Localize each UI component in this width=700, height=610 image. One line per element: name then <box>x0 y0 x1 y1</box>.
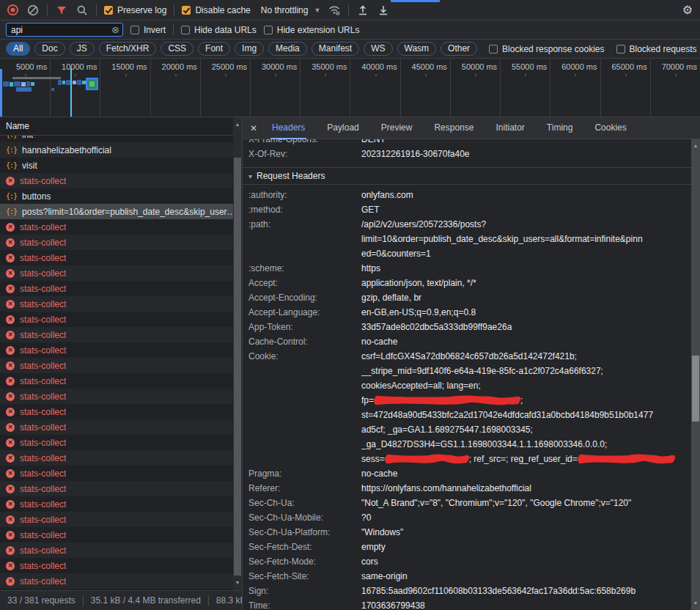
hide-extension-urls-checkbox[interactable] <box>264 26 273 34</box>
tab-preview[interactable]: Preview <box>380 117 414 139</box>
request-row[interactable]: ✕stats-collect <box>0 512 233 527</box>
filter-chip-js[interactable]: JS <box>70 42 95 56</box>
request-row[interactable]: ✕stats-collect <box>0 558 233 573</box>
blocked-requests-checkbox[interactable] <box>616 45 625 54</box>
filter-chip-wasm[interactable]: Wasm <box>397 42 437 56</box>
request-row[interactable]: ✕stats-collect <box>0 296 233 312</box>
header-value: 16785:5aad9602cf110608b03133de563642fac1… <box>361 584 693 598</box>
request-row[interactable]: ✕stats-collect <box>0 327 233 342</box>
hide-data-urls-checkbox[interactable] <box>181 26 190 34</box>
export-har-button[interactable] <box>377 4 390 17</box>
network-conditions-button[interactable] <box>328 4 341 17</box>
request-row[interactable]: ✕stats-collect <box>0 173 233 188</box>
value-text: csrf=LdfcGX4Sa72db06824c657db26a5d142472… <box>361 351 577 361</box>
toolbar-separator <box>348 4 349 15</box>
request-list-scrollbar[interactable]: ▲ ▼ <box>233 117 242 590</box>
clear-button[interactable] <box>26 4 40 17</box>
filter-chip-media[interactable]: Media <box>268 42 307 56</box>
scrollbar-thumb[interactable] <box>692 356 699 422</box>
timeline-playhead[interactable] <box>70 68 72 117</box>
tab-cookies[interactable]: Cookies <box>593 117 627 139</box>
request-row[interactable]: ✕stats-collect <box>0 265 233 281</box>
request-row[interactable]: ✕stats-collect <box>0 419 233 435</box>
filter-chip-img[interactable]: Img <box>235 42 264 56</box>
filter-chip-font[interactable]: Font <box>198 42 230 56</box>
header-name: Sec-Ch-Ua-Mobile: <box>243 510 361 525</box>
request-row[interactable]: ✕stats-collect <box>0 435 233 450</box>
disable-cache-checkbox[interactable] <box>182 6 191 15</box>
clear-filter-icon[interactable]: ⊗ <box>111 25 119 34</box>
header-row: Referer:https://onlyfans.com/hannaheliza… <box>243 481 693 496</box>
scroll-down-icon[interactable]: ▼ <box>233 578 242 587</box>
header-row: :authority:onlyfans.com <box>243 188 693 202</box>
request-row[interactable]: ✕stats-collect <box>0 235 233 250</box>
close-icon[interactable]: ✕ <box>243 123 265 133</box>
throttling-select[interactable]: No throttling ▼ <box>261 5 321 15</box>
request-row[interactable]: {:}visit <box>0 158 233 173</box>
request-row[interactable]: ✕stats-collect <box>0 527 233 543</box>
tab-response[interactable]: Response <box>432 117 475 139</box>
request-row[interactable]: ✕stats-collect <box>0 373 233 389</box>
filter-toggle-button[interactable] <box>55 4 68 17</box>
request-row[interactable]: ✕stats-collect <box>0 342 233 358</box>
details-scrollbar[interactable]: ▲ ▼ <box>691 139 700 610</box>
request-row[interactable]: ✕stats-collect <box>0 450 233 466</box>
request-row[interactable]: {:}hannahelizabethofficial <box>0 142 233 158</box>
filter-chip-ws[interactable]: WS <box>364 42 392 56</box>
request-headers-section-header[interactable]: ▾ Request Headers <box>243 167 693 185</box>
request-row[interactable]: ✕stats-collect <box>0 219 233 235</box>
import-har-button[interactable] <box>356 4 369 17</box>
request-row[interactable]: ✕stats-collect <box>0 496 233 512</box>
request-row[interactable]: ✕stats-collect <box>0 404 233 419</box>
filter-chip-doc[interactable]: Doc <box>34 42 65 56</box>
record-button[interactable] <box>6 4 19 17</box>
name-column-header[interactable]: Name <box>0 117 242 136</box>
filter-chip-manifest[interactable]: Manifest <box>312 42 359 56</box>
request-row[interactable]: ✕stats-collect <box>0 466 233 481</box>
scroll-up-icon[interactable]: ▲ <box>691 142 700 150</box>
search-button[interactable] <box>75 4 89 17</box>
request-row[interactable]: ✕stats-collect <box>0 250 233 265</box>
overview-waterfall-bar <box>16 87 32 92</box>
filter-chip-all[interactable]: All <box>6 42 30 56</box>
scroll-down-icon[interactable]: ▼ <box>691 599 700 608</box>
request-row[interactable]: ✕stats-collect <box>0 573 233 589</box>
blocked-requests-label: Blocked requests <box>630 44 697 54</box>
header-value-line: no-cache <box>361 334 693 349</box>
preserve-log-checkbox[interactable] <box>104 6 113 15</box>
value-text: https <box>361 263 380 273</box>
filter-chip-other[interactable]: Other <box>441 42 477 56</box>
filter-chip-css[interactable]: CSS <box>161 42 194 56</box>
request-row[interactable]: ✕stats-collect <box>0 358 233 373</box>
header-name: Cache-Control: <box>243 334 361 349</box>
request-row[interactable]: ✕stats-collect <box>0 281 233 296</box>
timeline-tick-label: 40000 ms <box>352 62 397 71</box>
hide-data-urls-label: Hide data URLs <box>194 25 257 35</box>
request-name: init <box>22 136 33 140</box>
redacted-value <box>374 394 520 406</box>
request-row[interactable]: {:}buttons <box>0 188 233 204</box>
resource-type-filters: AllDocJSFetch/XHRCSSFontImgMediaManifest… <box>6 42 477 56</box>
request-row[interactable]: ✕stats-collect <box>0 389 233 404</box>
request-row[interactable]: ✕stats-collect <box>0 312 233 327</box>
header-row: :scheme:https <box>243 261 693 276</box>
network-overview-timeline[interactable]: 5000 ms10000 ms15000 ms20000 ms25000 ms3… <box>0 59 700 117</box>
settings-button[interactable]: ⚙ <box>681 4 694 17</box>
scroll-up-icon[interactable]: ▲ <box>233 120 242 129</box>
tab-initiator[interactable]: Initiator <box>494 117 526 139</box>
overview-waterfall-bar <box>26 81 30 87</box>
tab-timing[interactable]: Timing <box>545 117 575 139</box>
header-row: X-Frame-Options: DENY <box>243 139 693 147</box>
filter-input[interactable] <box>11 25 111 35</box>
invert-label: Invert <box>144 25 166 35</box>
scrollbar-thumb[interactable] <box>234 158 241 576</box>
request-row[interactable]: {:}init <box>0 136 233 142</box>
request-row[interactable]: ✕stats-collect <box>0 543 233 558</box>
invert-checkbox[interactable] <box>130 26 139 34</box>
request-row[interactable]: ✕stats-collect <box>0 481 233 496</box>
blocked-response-cookies-checkbox[interactable] <box>489 45 498 54</box>
tab-headers[interactable]: Headers <box>270 117 306 139</box>
request-row[interactable]: {:}posts?limit=10&order=publish_date_des… <box>0 204 233 219</box>
tab-payload[interactable]: Payload <box>325 117 360 139</box>
filter-chip-fetch-xhr[interactable]: Fetch/XHR <box>99 42 157 56</box>
